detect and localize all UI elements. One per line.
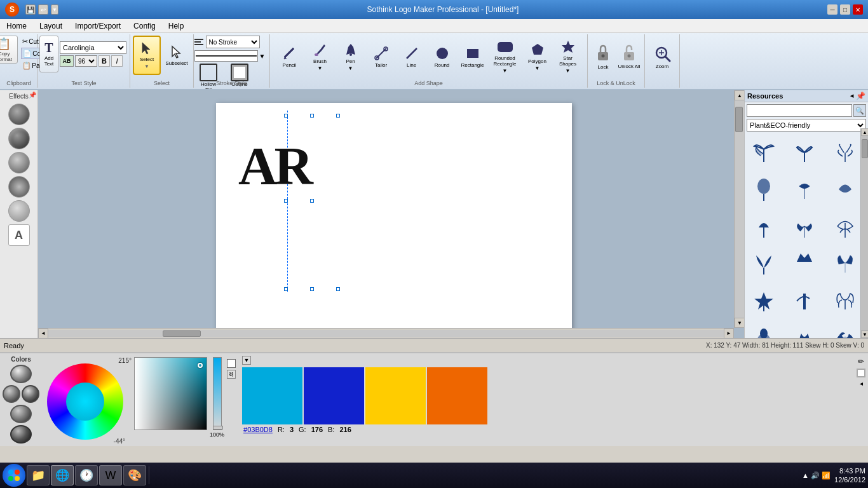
white-swatch-btn[interactable] xyxy=(227,359,236,368)
menu-help[interactable]: Help xyxy=(162,20,191,32)
handle-tm[interactable] xyxy=(310,114,314,118)
pen-btn[interactable]: Pen ▼ xyxy=(336,37,365,76)
handle-tl[interactable] xyxy=(284,114,288,118)
color-knob-1[interactable] xyxy=(10,365,32,383)
effect-5[interactable] xyxy=(8,200,30,222)
colors-pin-btn[interactable]: ✏ xyxy=(858,357,864,366)
rounded-rectangle-btn[interactable]: Rounded Rectangle ▼ xyxy=(489,37,522,76)
minimize-button[interactable]: ─ xyxy=(827,4,837,15)
taskbar-clock-btn[interactable]: 🕐 xyxy=(75,465,98,485)
scroll-track-v[interactable] xyxy=(735,100,744,318)
text-color-btn[interactable]: AB xyxy=(60,55,74,67)
font-size-select[interactable]: 96 xyxy=(75,55,97,67)
scroll-left-btn[interactable]: ◄ xyxy=(38,329,48,339)
colors-collapse-btn[interactable]: ◂ xyxy=(860,380,863,387)
color-gradient-box[interactable] xyxy=(134,357,207,430)
lock-btn[interactable]: Lock xyxy=(591,37,615,76)
scroll-thumb-v[interactable] xyxy=(735,107,743,132)
bold-btn[interactable]: B xyxy=(98,55,110,67)
round-btn[interactable]: Round xyxy=(428,37,457,76)
resource-item[interactable] xyxy=(787,282,822,318)
resource-item[interactable] xyxy=(746,172,782,207)
pencil-btn[interactable]: Pencil xyxy=(275,37,304,76)
unlock-btn[interactable]: Unlock All xyxy=(617,37,641,76)
color-wheel-center[interactable] xyxy=(66,383,104,421)
canvas-scroll-h[interactable]: ◄ ► xyxy=(38,328,734,338)
effect-3[interactable] xyxy=(8,152,30,173)
swatch-orange[interactable] xyxy=(427,367,487,424)
resource-item[interactable] xyxy=(827,208,863,244)
taskbar-paint-btn[interactable]: 🎨 xyxy=(123,465,146,485)
menu-layout[interactable]: Layout xyxy=(33,20,69,32)
taskbar-folder-btn[interactable]: 📁 xyxy=(27,465,50,485)
resource-item[interactable] xyxy=(787,319,822,338)
scroll-down-btn[interactable]: ▼ xyxy=(735,318,744,328)
resources-scroll[interactable]: ▲ ▼ xyxy=(860,128,868,338)
copy-format-btn[interactable]: 📋 Copy Format xyxy=(0,36,20,64)
colors-white-box[interactable] xyxy=(857,369,865,377)
effect-1[interactable] xyxy=(8,104,30,125)
scroll-track-h[interactable] xyxy=(48,330,724,337)
quick-save-btn[interactable]: 💾 xyxy=(25,4,36,15)
opacity-thumb[interactable] xyxy=(213,426,223,430)
select-btn[interactable]: Select ▼ xyxy=(133,36,161,75)
resources-pin[interactable]: 📌 xyxy=(856,92,865,100)
effect-4[interactable] xyxy=(8,176,30,198)
resource-item[interactable] xyxy=(787,135,822,170)
opacity-slider[interactable] xyxy=(213,357,222,430)
resource-item[interactable] xyxy=(787,172,822,207)
menu-import-export[interactable]: Import/Export xyxy=(69,20,127,32)
add-text-btn[interactable]: T Add Text xyxy=(39,36,58,72)
resource-item[interactable] xyxy=(746,282,782,318)
res-scroll-thumb[interactable] xyxy=(862,139,868,158)
stroke-dropdown-btn[interactable]: ▼ xyxy=(259,50,268,62)
quick-undo-btn[interactable]: ↩ xyxy=(38,4,48,15)
zoom-btn[interactable]: Zoom xyxy=(647,37,677,76)
resource-item[interactable] xyxy=(827,282,863,318)
handle-bm[interactable] xyxy=(310,287,314,291)
resource-item[interactable] xyxy=(746,319,782,338)
resource-item[interactable] xyxy=(827,319,863,338)
menu-config[interactable]: Config xyxy=(127,20,162,32)
color-knob-2[interactable] xyxy=(3,385,20,403)
start-button[interactable] xyxy=(3,464,25,487)
handle-tr[interactable] xyxy=(336,114,340,118)
color-wheel[interactable] xyxy=(47,363,123,440)
subselect-btn[interactable]: Subselect xyxy=(163,36,191,75)
taskbar-word-btn[interactable]: W xyxy=(99,465,122,485)
resource-item[interactable] xyxy=(827,172,863,207)
gradient-marker[interactable] xyxy=(198,363,203,368)
handle-br[interactable] xyxy=(336,287,340,291)
handle-bl[interactable] xyxy=(284,287,288,291)
scroll-thumb-h[interactable] xyxy=(163,330,201,337)
resource-item[interactable] xyxy=(746,208,782,244)
handle-ml[interactable] xyxy=(284,199,288,203)
scroll-up-btn[interactable]: ▲ xyxy=(735,90,744,100)
resources-search-btn[interactable]: 🔍 xyxy=(853,104,866,117)
tailor-btn[interactable]: Tailor xyxy=(367,37,396,76)
stroke-type-select[interactable]: No Stroke xyxy=(206,36,260,48)
resource-item[interactable] xyxy=(787,208,822,244)
canvas-area[interactable]: AR ▲ ▼ ◄ ► xyxy=(38,90,744,338)
resource-item[interactable] xyxy=(746,135,782,170)
res-scroll-down[interactable]: ▼ xyxy=(861,330,868,338)
swatch-cyan[interactable] xyxy=(242,367,302,424)
effect-letter-a[interactable]: A xyxy=(8,224,30,246)
color-knob-3[interactable] xyxy=(22,385,39,403)
star-shapes-btn[interactable]: Star Shapes ▼ xyxy=(553,37,583,76)
canvas-text[interactable]: AR xyxy=(238,135,310,197)
taskbar-chrome-btn[interactable]: 🌐 xyxy=(51,465,74,485)
swatch-blue[interactable] xyxy=(304,367,364,424)
effect-2[interactable] xyxy=(8,128,30,149)
color-knob-4[interactable] xyxy=(10,405,32,423)
line-btn[interactable]: Line xyxy=(397,37,426,76)
resource-item[interactable] xyxy=(787,245,822,281)
handle-mm[interactable] xyxy=(310,199,314,203)
color-wheel-container[interactable]: 215° -44° xyxy=(44,357,132,445)
maximize-button[interactable]: □ xyxy=(840,4,850,15)
resource-item[interactable] xyxy=(746,245,782,281)
res-scroll-track[interactable] xyxy=(861,136,868,330)
resources-search-input[interactable] xyxy=(747,104,852,117)
swatch-yellow[interactable] xyxy=(365,367,426,424)
font-family-select[interactable]: Carolingia xyxy=(60,41,126,54)
